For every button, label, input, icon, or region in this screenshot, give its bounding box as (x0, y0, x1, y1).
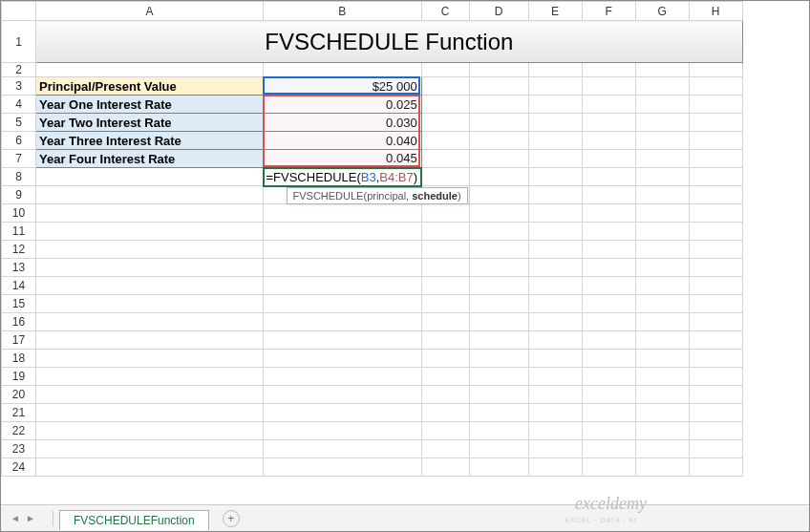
row-header-1[interactable]: 1 (2, 21, 36, 63)
cell-g19[interactable] (635, 368, 689, 386)
row-header-22[interactable]: 22 (2, 422, 36, 440)
cell-h11[interactable] (689, 223, 742, 241)
cell-d14[interactable] (469, 277, 528, 295)
cell-b15[interactable] (264, 295, 422, 313)
col-header-f[interactable]: F (582, 2, 635, 21)
cell-e9[interactable] (528, 186, 582, 204)
cell-g4[interactable] (635, 96, 689, 114)
cell-a23[interactable] (36, 440, 264, 458)
row-header-9[interactable]: 9 (2, 186, 36, 204)
cell-h24[interactable] (689, 458, 742, 477)
row-header-20[interactable]: 20 (2, 386, 36, 404)
cell-a9[interactable] (36, 186, 264, 204)
label-row6[interactable]: Year Three Interest Rate (36, 132, 264, 150)
cell-c19[interactable] (421, 368, 469, 386)
cell-g10[interactable] (635, 204, 689, 223)
cell-d7[interactable] (469, 150, 528, 168)
cell-c14[interactable] (421, 277, 469, 295)
row-header-12[interactable]: 12 (2, 241, 36, 259)
cell-f22[interactable] (582, 422, 635, 440)
row-header-16[interactable]: 16 (2, 313, 36, 331)
cell-f5[interactable] (582, 114, 635, 132)
row-header-15[interactable]: 15 (2, 295, 36, 313)
cell-d9[interactable] (469, 186, 528, 204)
cell-c18[interactable] (421, 350, 469, 368)
cell-g6[interactable] (635, 132, 689, 150)
row-header-10[interactable]: 10 (2, 204, 36, 223)
cell-b13[interactable] (264, 259, 422, 277)
cell-d21[interactable] (469, 404, 528, 422)
cell-c15[interactable] (421, 295, 469, 313)
cell-a15[interactable] (36, 295, 264, 313)
spreadsheet-grid[interactable]: ABCDEFGH1FVSCHEDULE Function23Principal/… (1, 1, 809, 477)
cell-h22[interactable] (689, 422, 742, 440)
cell-c5[interactable] (421, 114, 469, 132)
add-sheet-button[interactable]: + (223, 510, 240, 527)
cell-c17[interactable] (421, 331, 469, 350)
row-header-7[interactable]: 7 (2, 150, 36, 168)
cell-d11[interactable] (469, 223, 528, 241)
cell-c3[interactable] (421, 77, 469, 96)
cell-a18[interactable] (36, 350, 264, 368)
sheet-tab-active[interactable]: FVSCHEDULEFunction (59, 510, 209, 530)
cell-c20[interactable] (421, 386, 469, 404)
cell-e12[interactable] (528, 241, 582, 259)
cell-h17[interactable] (689, 331, 742, 350)
cell-h18[interactable] (689, 350, 742, 368)
value-row7[interactable]: 0.045 (264, 150, 422, 168)
cell-e2[interactable] (528, 63, 582, 77)
cell-g11[interactable] (635, 223, 689, 241)
cell-c6[interactable] (421, 132, 469, 150)
cell-a12[interactable] (36, 241, 264, 259)
cell-a17[interactable] (36, 331, 264, 350)
cell-a19[interactable] (36, 368, 264, 386)
cell-h20[interactable] (689, 386, 742, 404)
cell-f13[interactable] (582, 259, 635, 277)
cell-d22[interactable] (469, 422, 528, 440)
row-header-11[interactable]: 11 (2, 223, 36, 241)
cell-d20[interactable] (469, 386, 528, 404)
cell-b16[interactable] (264, 313, 422, 331)
cell-f3[interactable] (582, 77, 635, 96)
cell-g22[interactable] (635, 422, 689, 440)
cell-d19[interactable] (469, 368, 528, 386)
cell-b14[interactable] (264, 277, 422, 295)
cell-g9[interactable] (635, 186, 689, 204)
cell-e7[interactable] (528, 150, 582, 168)
cell-f21[interactable] (582, 404, 635, 422)
cell-b10[interactable] (264, 204, 422, 223)
cell-f7[interactable] (582, 150, 635, 168)
cell-e16[interactable] (528, 313, 582, 331)
cell-c7[interactable] (421, 150, 469, 168)
cell-f8[interactable] (582, 168, 635, 186)
cell-f12[interactable] (582, 241, 635, 259)
row-header-8[interactable]: 8 (2, 168, 36, 186)
cell-a14[interactable] (36, 277, 264, 295)
cell-g16[interactable] (635, 313, 689, 331)
cell-e11[interactable] (528, 223, 582, 241)
cell-b20[interactable] (264, 386, 422, 404)
cell-e23[interactable] (528, 440, 582, 458)
row-header-2[interactable]: 2 (2, 63, 36, 77)
cell-e17[interactable] (528, 331, 582, 350)
row-header-17[interactable]: 17 (2, 331, 36, 350)
cell-h10[interactable] (689, 204, 742, 223)
cell-b12[interactable] (264, 241, 422, 259)
cell-c2[interactable] (421, 63, 469, 77)
cell-b24[interactable] (264, 458, 422, 477)
row-header-19[interactable]: 19 (2, 368, 36, 386)
cell-b19[interactable] (264, 368, 422, 386)
row-header-14[interactable]: 14 (2, 277, 36, 295)
cell-f9[interactable] (582, 186, 635, 204)
row-header-4[interactable]: 4 (2, 96, 36, 114)
cell-f6[interactable] (582, 132, 635, 150)
cell-e18[interactable] (528, 350, 582, 368)
cell-h7[interactable] (689, 150, 742, 168)
row-header-13[interactable]: 13 (2, 259, 36, 277)
cell-e4[interactable] (528, 96, 582, 114)
cell-b18[interactable] (264, 350, 422, 368)
label-row7[interactable]: Year Four Interest Rate (36, 150, 264, 168)
cell-c21[interactable] (421, 404, 469, 422)
cell-f16[interactable] (582, 313, 635, 331)
row-header-3[interactable]: 3 (2, 77, 36, 96)
